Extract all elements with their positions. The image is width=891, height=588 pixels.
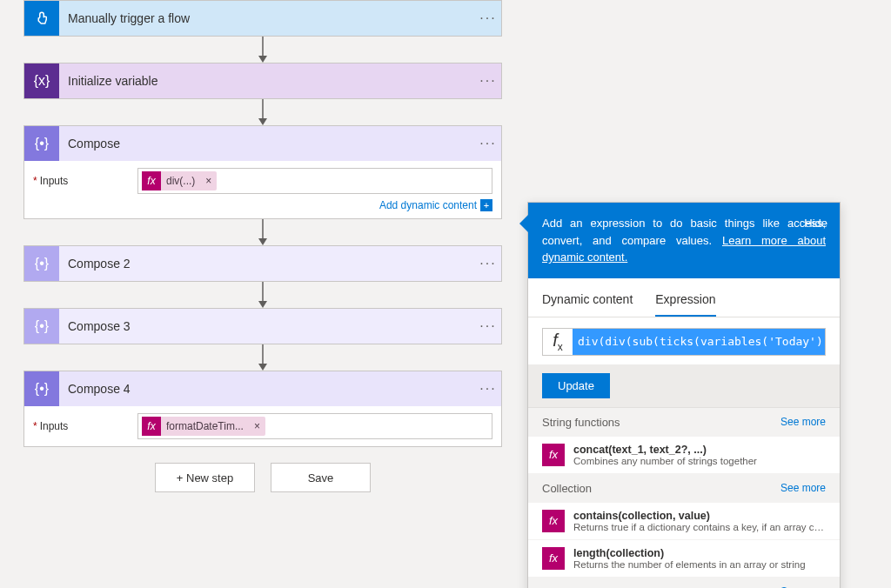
function-item[interactable]: fxconcat(text_1, text_2?, ...)Combines a… [528,437,840,474]
flow-arrow [23,99,502,125]
flow-arrow [23,219,502,245]
inputs-field[interactable]: fx div(...) × [137,168,492,194]
svg-marker-7 [258,301,267,308]
compose-icon: {•} [24,371,59,406]
compose-icon: {•} [24,309,59,344]
step-title: Compose [59,137,475,150]
new-step-button[interactable]: + New step [155,463,255,492]
fx-icon: fx [142,417,161,436]
panel-banner: Add an expression to do basic things lik… [528,203,840,278]
fx-icon: fx [542,444,565,466]
fx-icon: fx [542,547,565,570]
svg-marker-1 [258,56,267,63]
tab-expression[interactable]: Expression [655,287,715,317]
inputs-field[interactable]: fx formatDateTim... × [137,413,492,439]
see-more-link[interactable]: See more [780,585,826,589]
step-title: Compose 4 [59,382,475,396]
callout-arrow [519,215,528,232]
function-list[interactable]: String functionsSee morefxconcat(text_1,… [528,408,840,589]
function-item[interactable]: fxcontains(collection, value)Returns tru… [528,503,840,540]
fx-icon: fx [543,331,573,353]
inputs-label: Inputs [33,413,137,432]
step-trigger[interactable]: Manually trigger a flow ··· [23,0,502,37]
see-more-link[interactable]: See more [780,482,826,495]
step-title: Initialize variable [59,74,475,88]
tab-dynamic-content[interactable]: Dynamic content [542,287,633,317]
step-menu-icon[interactable]: ··· [475,10,501,26]
step-title: Compose 3 [59,319,475,333]
update-button[interactable]: Update [542,373,610,398]
plus-icon: + [480,199,492,211]
flow-arrow [23,37,502,63]
function-category: Logical functionsSee more [528,578,840,589]
expression-panel: Add an expression to do basic things lik… [527,202,841,588]
touch-icon [24,1,59,36]
step-initialize-variable[interactable]: {x} Initialize variable ··· [23,63,502,99]
expression-input-row: fx div(div(sub(ticks(variables('Today'))… [542,328,826,356]
token-remove[interactable]: × [249,420,265,432]
step-title: Manually trigger a flow [59,11,475,25]
inputs-label: Inputs [33,168,137,187]
expression-token[interactable]: fx div(...) × [142,171,217,190]
step-compose-2[interactable]: {•} Compose 2 ··· [23,245,502,282]
save-button[interactable]: Save [271,463,371,492]
function-item[interactable]: fxlength(collection)Returns the number o… [528,540,840,578]
step-menu-icon[interactable]: ··· [475,381,501,397]
step-menu-icon[interactable]: ··· [475,73,501,89]
hide-link[interactable]: Hide [804,215,827,232]
svg-marker-5 [258,238,267,245]
step-title: Compose 2 [59,257,475,271]
expression-token[interactable]: fx formatDateTim... × [142,417,265,436]
svg-marker-9 [258,364,267,371]
fx-icon: fx [142,171,161,190]
compose-icon: {•} [24,126,59,161]
expression-input[interactable]: div(div(sub(ticks(variables('Today')),ti… [573,329,825,355]
step-compose-1[interactable]: {•} Compose ··· Inputs fx div(...) × Add… [23,125,502,219]
step-menu-icon[interactable]: ··· [475,256,501,271]
see-more-link[interactable]: See more [780,416,826,429]
function-category: String functionsSee more [528,408,840,437]
flow-arrow [23,344,502,371]
compose-icon: {•} [24,246,59,281]
step-menu-icon[interactable]: ··· [475,318,501,334]
svg-marker-3 [258,118,267,125]
step-compose-4[interactable]: {•} Compose 4 ··· Inputs fx formatDateTi… [23,371,502,447]
step-compose-3[interactable]: {•} Compose 3 ··· [23,308,502,344]
variable-icon: {x} [24,63,59,98]
fx-icon: fx [542,510,565,532]
add-dynamic-content-link[interactable]: Add dynamic content+ [33,194,492,211]
token-remove[interactable]: × [200,175,217,187]
flow-arrow [23,282,502,308]
step-menu-icon[interactable]: ··· [475,136,501,151]
function-category: CollectionSee more [528,474,840,503]
